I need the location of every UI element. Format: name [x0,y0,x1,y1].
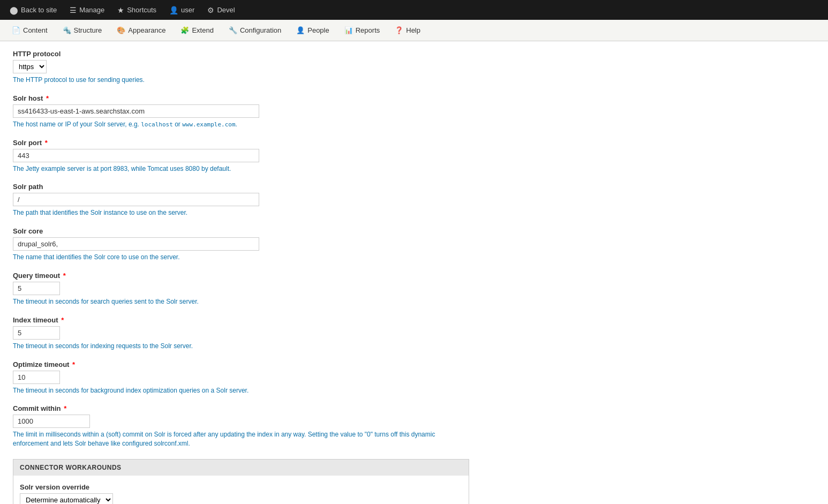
optimize-timeout-group: Optimize timeout * The timeout in second… [13,360,469,395]
shortcuts-label: Shortcuts [127,6,156,14]
extend-label: Extend [192,26,213,34]
manage-label: Manage [79,6,104,14]
structure-icon: 🔩 [63,26,71,34]
devel-icon: ⚙ [207,6,214,14]
connector-workarounds-section: CONNECTOR WORKAROUNDS Solr version overr… [13,459,469,504]
main-content: HTTP protocol https http The HTTP protoc… [0,41,482,504]
http-protocol-group: HTTP protocol https http The HTTP protoc… [13,50,469,85]
solr-core-input[interactable] [13,237,259,251]
query-timeout-label: Query timeout * [13,272,469,280]
people-icon: 👤 [296,26,305,34]
solr-core-label: Solr core [13,227,469,235]
commit-within-input[interactable] [13,415,90,428]
optimize-timeout-label: Optimize timeout * [13,360,469,368]
solr-host-label: Solr host * [13,94,469,102]
commit-within-group: Commit within * The limit in millisecond… [13,404,469,448]
commit-within-required: * [62,404,67,412]
solr-path-description: The path that identifies the Solr instan… [13,208,469,217]
solr-host-required: * [44,94,49,102]
http-protocol-label: HTTP protocol [13,50,469,58]
appearance-label: Appearance [128,26,165,34]
solr-path-group: Solr path The path that identifies the S… [13,183,469,217]
content-icon: 📄 [12,26,20,34]
index-timeout-label: Index timeout * [13,316,469,324]
content-label: Content [23,26,48,34]
optimize-timeout-required: * [70,360,75,368]
reports-icon: 📊 [344,26,353,34]
solr-core-description: The name that identifies the Solr core t… [13,253,469,262]
secondary-nav: 📄 Content 🔩 Structure 🎨 Appearance 🧩 Ext… [0,20,828,41]
solr-host-input[interactable] [13,104,259,118]
configuration-icon: 🔧 [229,26,237,34]
commit-within-label: Commit within * [13,404,469,412]
index-timeout-group: Index timeout * The timeout in seconds f… [13,316,469,351]
solr-path-label: Solr path [13,183,469,191]
http-protocol-select[interactable]: https http [13,60,47,73]
shortcuts-menu[interactable]: ★ Shortcuts [112,0,162,20]
appearance-icon: 🎨 [117,26,125,34]
connector-workarounds-body: Solr version override Determine automati… [13,476,469,504]
manage-icon: ☰ [70,6,77,14]
index-timeout-input[interactable] [13,326,60,340]
query-timeout-input[interactable] [13,282,60,295]
user-label: user [181,6,194,14]
configuration-label: Configuration [240,26,281,34]
http-protocol-description: The HTTP protocol to use for sending que… [13,76,469,85]
people-label: People [307,26,329,34]
solr-version-override-group: Solr version override Determine automati… [20,483,462,504]
nav-help[interactable]: ❓ Help [387,20,428,41]
optimize-timeout-input[interactable] [13,371,60,384]
solr-core-group: Solr core The name that identifies the S… [13,227,469,262]
shortcuts-icon: ★ [117,6,124,14]
help-icon: ❓ [395,26,403,34]
user-icon: 👤 [169,6,178,14]
nav-configuration[interactable]: 🔧 Configuration [221,20,289,41]
back-to-site-button[interactable]: ⬤ Back to site [4,0,62,20]
nav-content[interactable]: 📄 Content [4,20,55,41]
nav-people[interactable]: 👤 People [289,20,336,41]
devel-label: Devel [217,6,235,14]
solr-port-description: The Jetty example server is at port 8983… [13,164,469,174]
devel-menu[interactable]: ⚙ Devel [202,0,240,20]
solr-host-group: Solr host * The host name or IP of your … [13,94,469,129]
nav-extend[interactable]: 🧩 Extend [173,20,221,41]
nav-structure[interactable]: 🔩 Structure [55,20,110,41]
help-label: Help [406,26,420,34]
admin-bar: ⬤ Back to site ☰ Manage ★ Shortcuts 👤 us… [0,0,828,20]
optimize-timeout-description: The timeout in seconds for background in… [13,386,469,395]
back-to-site-label: Back to site [21,6,57,14]
manage-menu[interactable]: ☰ Manage [64,0,110,20]
commit-within-description: The limit in milliseconds within a (soft… [13,430,469,448]
query-timeout-required: * [61,272,66,280]
solr-port-group: Solr port * The Jetty example server is … [13,139,469,174]
drupal-icon: ⬤ [10,6,18,14]
solr-path-input[interactable] [13,193,259,206]
extend-icon: 🧩 [180,26,189,34]
connector-workarounds-header: CONNECTOR WORKAROUNDS [13,460,469,476]
solr-port-label: Solr port * [13,139,469,147]
structure-label: Structure [74,26,102,34]
index-timeout-required: * [59,316,64,324]
reports-label: Reports [356,26,380,34]
query-timeout-group: Query timeout * The timeout in seconds f… [13,272,469,306]
nav-appearance[interactable]: 🎨 Appearance [109,20,173,41]
nav-reports[interactable]: 📊 Reports [337,20,388,41]
query-timeout-description: The timeout in seconds for search querie… [13,297,469,306]
solr-port-input[interactable] [13,149,259,162]
user-menu[interactable]: 👤 user [164,0,200,20]
solr-host-description: The host name or IP of your Solr server,… [13,120,469,129]
solr-version-override-label: Solr version override [20,483,462,491]
index-timeout-description: The timeout in seconds for indexing requ… [13,342,469,351]
solr-version-override-select[interactable]: Determine automatically 5 6 7 8 [20,493,113,504]
solr-port-required: * [43,139,48,147]
